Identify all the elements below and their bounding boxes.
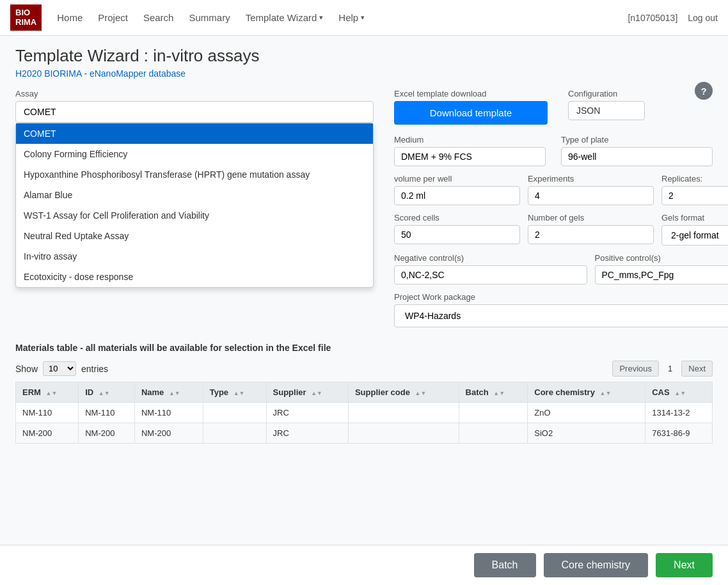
show-entries: Show 10 25 50 100 entries <box>15 361 108 376</box>
sort-name-icon: ▲▼ <box>169 391 180 396</box>
experiments-group: Experiments <box>528 174 654 205</box>
scored-gels-row: Scored cells Number of gels Gels format … <box>394 213 728 246</box>
assay-dropdown: COMET Colony Forming Efficiency Hypoxant… <box>15 123 374 288</box>
logo: BIO RIMA <box>10 4 42 31</box>
gels-format-group: Gels format 2-gel format 1-gel format 3-… <box>661 213 728 246</box>
col-id[interactable]: ID ▲▼ <box>79 382 135 403</box>
medium-group: Medium <box>394 135 546 166</box>
nav-summary[interactable]: Summary <box>189 12 230 23</box>
materials-table: ERM ▲▼ ID ▲▼ Name ▲▼ Type ▲▼ Supplier ▲▼… <box>15 382 713 444</box>
nav-project[interactable]: Project <box>98 12 128 23</box>
neg-ctrl-input[interactable] <box>394 265 587 285</box>
medium-input[interactable] <box>394 147 546 166</box>
config-value: JSON <box>568 101 645 120</box>
sort-suppliercode-icon: ▲▼ <box>415 391 427 396</box>
nav-user[interactable]: [n10705013] <box>628 13 677 23</box>
nav-logout[interactable]: Log out <box>688 13 718 23</box>
excel-label: Excel template download <box>394 89 548 98</box>
chevron-down-icon: ▾ <box>319 13 323 22</box>
cell-id-0: NM-110 <box>79 403 135 423</box>
nav-home[interactable]: Home <box>57 12 83 23</box>
nav-template-wizard[interactable]: Template Wizard ▾ <box>246 12 324 23</box>
assay-select[interactable]: COMET <box>15 101 374 123</box>
dropdown-item-hprt[interactable]: Hypoxanthine Phosphoribosyl Transferase … <box>16 164 373 185</box>
replicates-group: Replicates: <box>661 174 728 205</box>
plate-group: Type of plate <box>561 135 713 166</box>
volume-input[interactable] <box>394 186 520 205</box>
cell-erm-0: NM-110 <box>16 403 79 423</box>
sort-supplier-icon: ▲▼ <box>311 391 322 396</box>
col-cas[interactable]: CAS ▲▼ <box>645 382 713 403</box>
table-row: NM-200NM-200NM-200JRCSiO27631-86-9 <box>16 423 713 444</box>
next-page-button[interactable]: Next <box>681 361 713 377</box>
entries-select[interactable]: 10 25 50 100 <box>43 361 76 376</box>
col-core-chemistry[interactable]: Core chemistry ▲▼ <box>528 382 645 403</box>
col-erm[interactable]: ERM ▲▼ <box>16 382 79 403</box>
vol-exp-rep-row: volume per well Experiments Replicates: <box>394 174 728 205</box>
workpackage-row: Project Work package WP4-Hazards <box>394 292 728 327</box>
medium-label: Medium <box>394 135 546 144</box>
neg-ctrl-label: Negative control(s) <box>394 253 587 263</box>
dropdown-item-colony[interactable]: Colony Forming Efficiency <box>16 144 373 164</box>
dropdown-item-wst1[interactable]: WST-1 Assay for Cell Proliferation and V… <box>16 205 373 226</box>
replicates-label: Replicates: <box>661 174 728 183</box>
cell-name-1: NM-200 <box>134 423 203 444</box>
cell-erm-1: NM-200 <box>16 423 79 444</box>
show-label: Show <box>15 364 38 374</box>
scored-label: Scored cells <box>394 213 520 222</box>
sort-corechemistry-icon: ▲▼ <box>600 391 612 396</box>
cell-batch-0 <box>459 403 528 423</box>
sort-batch-icon: ▲▼ <box>493 391 505 396</box>
volume-label: volume per well <box>394 174 520 183</box>
config-label: Configuration <box>568 89 645 98</box>
col-batch[interactable]: Batch ▲▼ <box>459 382 528 403</box>
dropdown-item-ecotox[interactable]: Ecotoxicity - dose response <box>16 267 373 287</box>
neg-ctrl-group: Negative control(s) <box>394 253 587 285</box>
table-row: NM-110NM-110NM-110JRCZnO1314-13-2 <box>16 403 713 423</box>
dropdown-item-comet[interactable]: COMET <box>16 123 373 144</box>
previous-button[interactable]: Previous <box>612 361 659 377</box>
table-header-row: ERM ▲▼ ID ▲▼ Name ▲▼ Type ▲▼ Supplier ▲▼… <box>16 382 713 403</box>
cell-type-1 <box>203 423 266 444</box>
top-section: Assay COMET COMET Colony Forming Efficie… <box>15 89 713 125</box>
excel-col: Excel template download Download templat… <box>394 89 713 125</box>
nav-search[interactable]: Search <box>143 12 174 23</box>
dropdown-item-invitro[interactable]: In-vitro assay <box>16 246 373 267</box>
experiments-label: Experiments <box>528 174 654 183</box>
col-type[interactable]: Type ▲▼ <box>203 382 266 403</box>
scored-input[interactable] <box>394 225 520 244</box>
pos-ctrl-label: Positive control(s) <box>595 253 729 263</box>
replicates-input[interactable] <box>661 186 728 205</box>
experiments-input[interactable] <box>528 186 654 205</box>
col-supplier-code[interactable]: Supplier code ▲▼ <box>348 382 459 403</box>
chevron-down-icon: ▾ <box>361 13 365 22</box>
cell-batch-1 <box>459 423 528 444</box>
navbar-right: [n10705013] Log out <box>628 13 718 23</box>
volume-group: volume per well <box>394 174 520 205</box>
pos-ctrl-input[interactable] <box>595 265 729 285</box>
num-gels-input[interactable] <box>528 225 654 244</box>
workpackage-select[interactable]: WP4-Hazards <box>394 304 728 327</box>
scored-group: Scored cells <box>394 213 520 246</box>
cell-supplier-code-1 <box>348 423 459 444</box>
cell-supplier-1: JRC <box>266 423 348 444</box>
right-form: volume per well Experiments Replicates: … <box>394 174 728 335</box>
dropdown-item-nru[interactable]: Neutral Red Uptake Assay <box>16 226 373 246</box>
cell-type-0 <box>203 403 266 423</box>
page-number: 1 <box>661 361 679 376</box>
download-template-button[interactable]: Download template <box>394 101 548 125</box>
cell-core-chemistry-0: ZnO <box>528 403 645 423</box>
col-name[interactable]: Name ▲▼ <box>134 382 203 403</box>
cell-id-1: NM-200 <box>79 423 135 444</box>
table-controls: Show 10 25 50 100 entries Previous 1 Nex… <box>15 361 713 377</box>
dropdown-item-alamar[interactable]: Alamar Blue <box>16 185 373 205</box>
cell-name-0: NM-110 <box>134 403 203 423</box>
gels-format-label: Gels format <box>661 213 728 222</box>
plate-input[interactable] <box>561 147 713 166</box>
materials-header: Materials table - all materials will be … <box>15 343 713 353</box>
assay-col: Assay COMET COMET Colony Forming Efficie… <box>15 89 374 125</box>
gels-format-select[interactable]: 2-gel format 1-gel format 3-gel format <box>661 225 728 246</box>
col-supplier[interactable]: Supplier ▲▼ <box>266 382 348 403</box>
nav-help[interactable]: Help ▾ <box>338 12 365 23</box>
help-icon[interactable]: ? <box>695 82 713 100</box>
